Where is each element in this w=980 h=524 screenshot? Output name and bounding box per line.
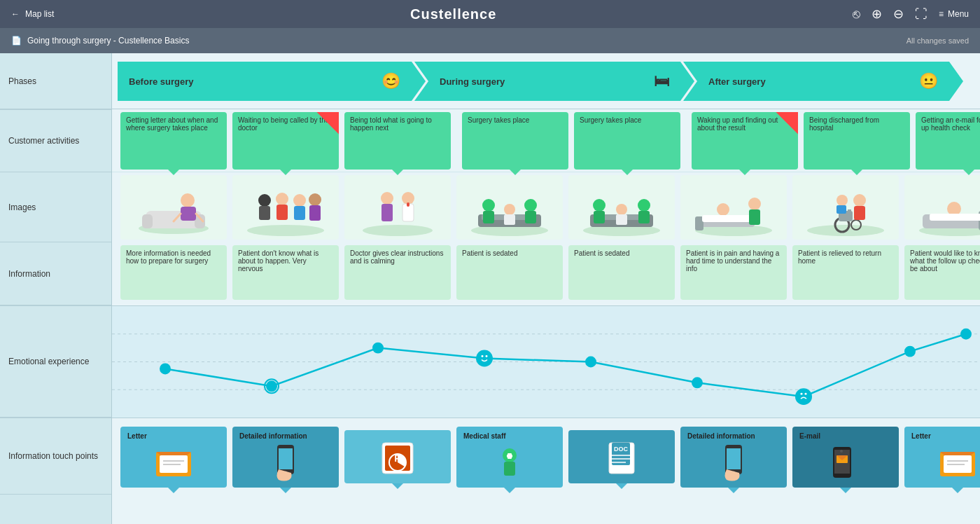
activity-text-2: Waiting to being called by the doctor <box>238 116 333 132</box>
zoom-in-icon[interactable]: ⊕ <box>872 6 882 22</box>
svg-rect-31 <box>504 214 515 225</box>
image-card-1 <box>120 175 227 240</box>
menu-button[interactable]: ≡ Menu <box>939 9 969 19</box>
image-card-2 <box>232 175 339 240</box>
svg-rect-2 <box>142 214 153 228</box>
person-couch-svg <box>125 176 223 239</box>
svg-rect-14 <box>294 206 305 220</box>
info-card-6: Patient is in pain and having a hard tim… <box>680 245 787 300</box>
touchpoint-card-4[interactable]: Medical staff <box>456 427 563 488</box>
svg-point-73 <box>692 377 703 388</box>
touchpoint-card-8[interactable]: Letter <box>904 427 980 488</box>
activity-card-4[interactable]: Surgery takes place <box>462 112 568 170</box>
svg-point-28 <box>524 199 537 212</box>
zoom-out-icon[interactable]: ⊖ <box>893 6 904 22</box>
svg-rect-27 <box>483 211 494 223</box>
svg-rect-106 <box>727 448 741 469</box>
svg-point-68 <box>372 343 384 354</box>
svg-rect-16 <box>309 205 321 221</box>
svg-point-30 <box>504 204 515 215</box>
info-card-1: More information is needed how to prepar… <box>120 245 227 300</box>
back-button[interactable]: ← Map list <box>11 9 54 19</box>
share-icon[interactable]: ⎋ <box>853 7 860 22</box>
fullscreen-icon[interactable]: ⛶ <box>915 7 927 22</box>
activity-card-5[interactable]: Surgery takes place <box>574 112 680 170</box>
svg-point-9 <box>258 194 271 207</box>
svg-point-67 <box>266 380 277 392</box>
svg-rect-62 <box>930 214 980 221</box>
touchpoint-icon-6 <box>685 441 783 483</box>
phase-during-surgery[interactable]: During surgery 🛏 <box>414 62 694 101</box>
phase-before-label: Before surgery <box>129 76 193 87</box>
main-container: Phases Customer activities Images Inform… <box>0 53 980 524</box>
activity-card-7[interactable]: Being discharged from hospital <box>804 112 910 170</box>
phase-after-label: After surgery <box>694 76 766 87</box>
content-area: Before surgery 😊 During surgery 🛏 After … <box>112 53 980 524</box>
touchpoint-arrow-6 <box>728 488 739 493</box>
menu-label: Menu <box>948 9 969 19</box>
svg-rect-19 <box>382 204 393 221</box>
activity-arrow-3 <box>392 170 403 175</box>
svg-rect-57 <box>836 205 846 214</box>
info-card-5: Patient is sedated <box>568 245 675 300</box>
touchpoint-label-6: Detailed information <box>685 431 783 441</box>
svg-point-66 <box>160 363 171 374</box>
svg-point-112 <box>840 450 843 453</box>
info-text-6: Patient is in pain and having a hard tim… <box>686 249 779 273</box>
info-card-2: Patient don't know what is about to happ… <box>232 245 339 300</box>
svg-point-69 <box>476 350 493 367</box>
svg-point-54 <box>853 194 866 207</box>
touchpoint-arrow-7 <box>840 488 851 493</box>
info-card-7: Patient is relieved to return home <box>792 245 899 300</box>
svg-point-4 <box>181 193 195 207</box>
phase-after-surgery[interactable]: After surgery 😐 <box>683 62 963 101</box>
activities-row: Getting letter about when and where surg… <box>112 109 980 172</box>
image-card-4 <box>456 175 563 240</box>
activity-text-5: Surgery takes place <box>580 116 675 124</box>
activity-text-1: Getting letter about when and where surg… <box>126 116 221 132</box>
touchpoint-card-2[interactable]: Detailed information <box>232 427 339 488</box>
images-label-cell: Images <box>0 172 111 242</box>
touchpoint-card-7[interactable]: E-mail <box>792 427 899 488</box>
svg-point-11 <box>276 193 288 205</box>
image-card-7 <box>792 175 899 240</box>
touchpoint-card-1[interactable]: Letter <box>120 427 227 488</box>
subtitle-left: 📄 Going through surgery - Custellence Ba… <box>11 36 189 46</box>
svg-point-56 <box>836 195 848 206</box>
activity-card-8[interactable]: Getting an e-mail for a follow up health… <box>916 112 980 170</box>
svg-point-74 <box>795 388 812 405</box>
touchpoint-icon-2 <box>237 441 335 483</box>
touchpoint-arrow-2 <box>280 488 291 493</box>
patient-bed-svg <box>685 176 783 239</box>
person-bed-svg <box>909 176 980 239</box>
svg-point-77 <box>904 346 916 357</box>
svg-point-72 <box>585 357 596 368</box>
svg-point-26 <box>482 199 495 212</box>
app-title: Custellence <box>410 6 496 22</box>
touchpoint-card-5[interactable]: DOC <box>568 430 675 483</box>
phases-label-cell: Phases <box>0 53 111 109</box>
phases-row: Before surgery 😊 During surgery 🛏 After … <box>112 53 980 109</box>
info-text-5: Patient is sedated <box>574 249 630 257</box>
activity-text-3: Being told what is going to happen next <box>350 116 445 132</box>
activity-card-2[interactable]: Waiting to being called by the doctor <box>232 112 339 170</box>
svg-point-8 <box>247 225 324 236</box>
svg-text:DOC: DOC <box>614 446 629 453</box>
touchpoints-label-cell: Information touch points <box>0 418 111 495</box>
touchpoint-label-4: Medical staff <box>461 431 559 441</box>
activity-card-6[interactable]: Waking up and finding out about the resu… <box>692 112 798 170</box>
touchpoint-card-3[interactable]: P <box>344 430 451 483</box>
touchpoint-icon-3: P <box>349 437 447 479</box>
surgery-table-svg <box>461 176 559 239</box>
activity-card-3[interactable]: Being told what is going to happen next <box>344 112 451 170</box>
svg-rect-10 <box>259 206 270 220</box>
labels-column: Phases Customer activities Images Inform… <box>0 53 112 524</box>
activity-card-1[interactable]: Getting letter about when and where surg… <box>120 112 227 170</box>
touchpoints-row: Letter Detailed information <box>112 418 980 495</box>
touchpoint-card-6[interactable]: Detailed information <box>680 427 787 488</box>
svg-rect-53 <box>848 209 851 216</box>
info-card-4: Patient is sedated <box>456 245 563 300</box>
svg-rect-45 <box>702 215 751 222</box>
phase-before-surgery[interactable]: Before surgery 😊 <box>118 62 426 101</box>
info-text-2: Patient don't know what is about to happ… <box>238 249 318 273</box>
